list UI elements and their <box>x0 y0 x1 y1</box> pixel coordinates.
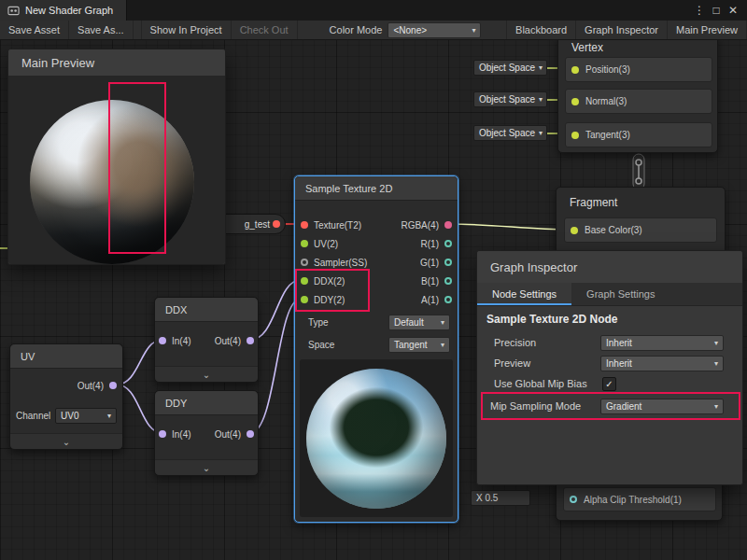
color-mode-dropdown[interactable]: <None> ▾ <box>388 22 481 38</box>
g-output-port[interactable] <box>444 259 452 266</box>
shader-graph-icon <box>7 5 20 17</box>
chevron-down-icon: ▾ <box>441 318 444 327</box>
space-dropdown[interactable]: Tangent ▾ <box>388 337 450 353</box>
maximize-icon[interactable]: □ <box>708 4 725 17</box>
b-output-port[interactable] <box>444 277 452 285</box>
alpha-clip-row[interactable]: Alpha Clip Threshold(1) <box>563 487 716 511</box>
r-output-label: R(1) <box>421 239 439 249</box>
ddx-in-label: In(4) <box>172 336 191 346</box>
space-value: Tangent <box>394 340 428 350</box>
alpha-clip-port[interactable] <box>570 496 577 503</box>
space-label: Space <box>308 340 334 350</box>
chevron-down-icon: ⌄ <box>203 463 210 473</box>
wire-rgba-to-basecolor[interactable] <box>449 224 570 230</box>
tab-graph-settings[interactable]: Graph Settings <box>571 283 669 305</box>
chevron-down-icon: ⌄ <box>203 370 210 380</box>
vertex-position-row[interactable]: Position(3) <box>565 57 712 82</box>
shader-graph-window: g_test Vertex Position(3) Normal(3) Tang… <box>0 0 747 560</box>
ddx-input-port[interactable] <box>301 277 308 285</box>
ddy-out-label: Out(4) <box>215 429 241 440</box>
alpha-threshold-field[interactable]: X 0.5 <box>471 490 530 506</box>
tangent-port-label: Tangent(3) <box>585 130 630 140</box>
save-as-button[interactable]: Save As... <box>69 21 134 39</box>
mip-mode-label: Mip Sampling Mode <box>490 400 581 412</box>
tangent-space-dropdown[interactable]: Object Space ▾ <box>473 125 547 141</box>
vertex-normal-row[interactable]: Normal(3) <box>565 89 712 114</box>
main-preview-header[interactable]: Main Preview <box>8 49 225 77</box>
uv-collapse-button[interactable]: ⌄ <box>10 433 122 449</box>
uv-input-label: UV(2) <box>314 239 338 249</box>
sampler-input-port[interactable] <box>301 259 308 266</box>
ddy-input-port[interactable] <box>301 296 308 303</box>
type-label: Type <box>308 317 329 328</box>
type-setting-row: Type Default ▾ <box>295 313 458 331</box>
ddy-in-port[interactable] <box>159 430 166 438</box>
position-port-label: Position(3) <box>585 64 630 75</box>
normal-port[interactable] <box>571 98 579 105</box>
vertex-tangent-row[interactable]: Tangent(3) <box>565 122 712 147</box>
uv-input-port[interactable] <box>301 240 308 247</box>
document-tab[interactable]: New Shader Graph <box>0 0 127 21</box>
texture-input-port[interactable] <box>301 221 308 229</box>
uv-out-port[interactable] <box>109 382 117 389</box>
position-port[interactable] <box>571 66 579 74</box>
ddx-in-port[interactable] <box>159 337 166 344</box>
tangent-port[interactable] <box>571 132 579 139</box>
graph-inspector-header[interactable]: Graph Inspector <box>477 251 742 284</box>
ddx-out-label: Out(4) <box>215 336 241 346</box>
texture-property-label: g_test <box>245 219 270 230</box>
sample-row-3: Sampler(SS) G(1) <box>301 253 452 272</box>
chevron-down-icon: ▾ <box>539 95 543 104</box>
mip-mode-value: Gradient <box>606 401 641 412</box>
ddy-out-port[interactable] <box>247 430 254 438</box>
graph-inspector-toggle-button[interactable]: Graph Inspector <box>576 21 668 39</box>
sample-preview-sphere <box>306 369 446 509</box>
position-space-dropdown[interactable]: Object Space ▾ <box>473 60 547 76</box>
rgba-output-port[interactable] <box>444 221 452 229</box>
uv-channel-dropdown[interactable]: UV0 ▾ <box>55 408 117 424</box>
sample-row-5: DDY(2) A(1) <box>301 290 452 309</box>
ddx-collapse-button[interactable]: ⌄ <box>155 366 258 382</box>
normal-space-value: Object Space <box>479 94 535 105</box>
precision-dropdown[interactable]: Inherit ▾ <box>600 335 724 351</box>
uv-node-header[interactable]: UV <box>10 344 122 369</box>
a-output-port[interactable] <box>444 296 452 303</box>
preview-dropdown[interactable]: Inherit ▾ <box>600 356 724 371</box>
blackboard-toggle-button[interactable]: Blackboard <box>506 21 576 39</box>
title-bar: New Shader Graph ⋮ □ ✕ <box>0 0 747 21</box>
sample-texture-2d-node[interactable]: Sample Texture 2D Texture(T2) RGBA(4) UV… <box>294 175 458 523</box>
ddx-node-header[interactable]: DDX <box>155 298 258 322</box>
show-in-project-button[interactable]: Show In Project <box>141 21 232 39</box>
chevron-down-icon: ▾ <box>539 63 543 72</box>
r-output-port[interactable] <box>444 240 452 247</box>
close-icon[interactable]: ✕ <box>725 4 741 17</box>
base-color-port[interactable] <box>571 227 578 234</box>
ddy-collapse-button[interactable]: ⌄ <box>155 459 258 475</box>
sample-row-4: DDX(2) B(1) <box>301 272 452 290</box>
chevron-down-icon: ⌄ <box>63 437 70 447</box>
check-icon: ✓ <box>605 379 613 389</box>
graph-canvas[interactable]: g_test Vertex Position(3) Normal(3) Tang… <box>0 0 747 560</box>
type-dropdown[interactable]: Default ▾ <box>388 315 450 330</box>
mip-bias-checkbox[interactable]: ✓ <box>602 377 616 391</box>
main-preview-toggle-button[interactable]: Main Preview <box>668 21 747 39</box>
mip-bias-label: Use Global Mip Bias <box>494 378 587 389</box>
uv-node[interactable]: UV Out(4) Channel UV0 ▾ ⌄ <box>9 343 123 450</box>
graph-inspector-panel[interactable]: Graph Inspector Node Settings Graph Sett… <box>476 250 743 485</box>
sampler-input-label: Sampler(SS) <box>314 258 367 268</box>
ddy-node[interactable]: DDY In(4) Out(4) ⌄ <box>154 390 259 476</box>
main-preview-panel[interactable]: Main Preview <box>7 49 226 265</box>
sample-node-header[interactable]: Sample Texture 2D <box>295 176 458 201</box>
texture-property-port[interactable] <box>273 220 280 228</box>
menu-icon[interactable]: ⋮ <box>691 4 708 17</box>
vertex-block-node[interactable]: Vertex Position(3) Normal(3) Tangent(3) <box>557 34 718 153</box>
save-asset-button[interactable]: Save Asset <box>0 21 69 39</box>
base-color-row[interactable]: Base Color(3) <box>564 217 717 243</box>
mip-mode-dropdown[interactable]: Gradient ▾ <box>600 399 724 414</box>
ddx-node[interactable]: DDX In(4) Out(4) ⌄ <box>154 297 259 383</box>
mip-bias-row: Use Global Mip Bias ✓ <box>477 374 742 393</box>
tab-node-settings[interactable]: Node Settings <box>477 283 571 305</box>
ddy-node-header[interactable]: DDY <box>155 391 258 415</box>
normal-space-dropdown[interactable]: Object Space ▾ <box>473 91 547 107</box>
ddx-out-port[interactable] <box>247 337 254 344</box>
